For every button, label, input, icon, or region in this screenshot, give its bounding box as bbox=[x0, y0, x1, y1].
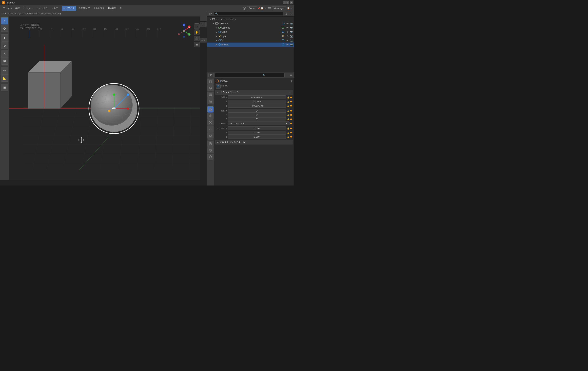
close-button[interactable]: × bbox=[290, 1, 293, 4]
viewlayer-close-icon[interactable]: ✕ bbox=[291, 7, 293, 10]
tab-material[interactable] bbox=[207, 147, 213, 153]
viewlayer-dropdown[interactable]: ViewLayer bbox=[272, 6, 286, 10]
tab-world[interactable] bbox=[207, 154, 213, 160]
menu-file[interactable]: ファイル bbox=[1, 6, 13, 11]
scale-y-input[interactable]: 1.000 bbox=[228, 131, 286, 135]
timeline-body[interactable]: 1 1 20 40 60 80 bbox=[0, 27, 207, 38]
camera-eye-icon[interactable]: 👁 bbox=[286, 26, 289, 29]
outliner-row-ball[interactable]: ▶ 球 👁 📷 bbox=[207, 38, 294, 42]
outliner-row-cube[interactable]: ▶ Cube 👁 📷 bbox=[207, 30, 294, 34]
scale-x-input[interactable]: 1.000 bbox=[228, 127, 286, 130]
camera-icon bbox=[218, 26, 221, 30]
properties-search-input[interactable] bbox=[215, 73, 284, 77]
zoom-in-button[interactable]: + bbox=[194, 23, 200, 29]
rotation-x-input[interactable]: 0° bbox=[228, 109, 286, 113]
outliner-search-input[interactable] bbox=[214, 12, 283, 16]
position-y-input[interactable]: 4.1724 m bbox=[228, 100, 286, 103]
tab-scene[interactable] bbox=[207, 79, 213, 85]
scale-z-lock[interactable]: 🔓 bbox=[287, 135, 290, 138]
tool-add[interactable]: ⊞ bbox=[1, 84, 8, 91]
rotation-mode-dropdown[interactable]: XYZ オイラー角 ▼ bbox=[228, 121, 290, 125]
workspace-te[interactable]: テ bbox=[118, 6, 123, 11]
rotation-z-lock[interactable]: 🔓 bbox=[287, 118, 290, 120]
menu-render[interactable]: レンダー bbox=[22, 6, 34, 11]
workspace-layout[interactable]: レイアウト bbox=[62, 6, 76, 11]
scale-x-lock[interactable]: 🔓 bbox=[287, 127, 290, 130]
svg-point-129 bbox=[211, 121, 212, 122]
scene-dropdown[interactable]: Scene bbox=[247, 6, 257, 10]
rotation-y-input[interactable]: 0° bbox=[228, 113, 286, 117]
collection-cam-icon[interactable]: 📷 bbox=[290, 22, 293, 25]
position-z-input[interactable]: -0.012741 m bbox=[228, 104, 286, 108]
tab-data[interactable] bbox=[207, 141, 213, 147]
outliner-row-camera[interactable]: ▶ Camera 👁 📷 bbox=[207, 26, 294, 30]
minimize-button[interactable]: − bbox=[283, 1, 286, 4]
viewport-canvas[interactable]: ユーザー・透視投影 (1) Collection | 球.001 Z X bbox=[9, 17, 200, 180]
rotation-x-lock[interactable]: 🔓 bbox=[287, 110, 290, 112]
tab-constraints[interactable] bbox=[207, 132, 213, 139]
light-cam-icon[interactable]: 📷 bbox=[290, 35, 293, 38]
scale-y-lock[interactable]: 🔓 bbox=[287, 131, 290, 134]
ball001-eye-icon[interactable]: 👁 bbox=[286, 43, 289, 46]
ball-cam-icon[interactable]: 📷 bbox=[290, 39, 293, 42]
workspace-uv[interactable]: UV編集 bbox=[107, 6, 118, 11]
tool-sep-1 bbox=[1, 33, 8, 33]
camera-cam-icon[interactable]: 📷 bbox=[290, 26, 293, 29]
collection-check-icon[interactable]: ☑ bbox=[282, 22, 285, 25]
tool-select[interactable]: ↖ bbox=[1, 17, 8, 25]
tab-output[interactable] bbox=[207, 92, 213, 98]
tool-measure[interactable]: 📐 bbox=[1, 74, 8, 82]
outliner-row-scene-collection[interactable]: ▼ シーンコレクション bbox=[207, 17, 294, 21]
cube-eye-icon[interactable]: 👁 bbox=[286, 31, 289, 33]
tab-view-layer[interactable] bbox=[207, 98, 213, 104]
position-y-lock[interactable]: 🔓 bbox=[287, 100, 290, 103]
scale-z-input[interactable]: 1.000 bbox=[228, 135, 286, 139]
tool-rotate[interactable]: ↻ bbox=[1, 42, 8, 49]
tab-object[interactable] bbox=[207, 106, 213, 112]
menu-help[interactable]: ヘルプ bbox=[50, 6, 60, 11]
outliner-row-ball001[interactable]: ▶ 球.001 👁 📷 bbox=[207, 42, 294, 47]
light-eye-icon[interactable]: 👁 bbox=[286, 35, 289, 38]
workspace-sculpt[interactable]: スカルプト bbox=[92, 6, 106, 11]
pan-button[interactable]: ✋ bbox=[194, 30, 200, 35]
viewlayer-copy-icon[interactable]: 📋 bbox=[287, 7, 290, 10]
collection-eye-icon[interactable]: 👁 bbox=[286, 22, 289, 25]
outliner-filter-button[interactable]: ⊿ bbox=[284, 12, 288, 16]
delta-transform-header[interactable]: ▶ デルタトランスフォーム bbox=[215, 140, 293, 144]
tool-scale[interactable]: ⤡ bbox=[1, 50, 8, 57]
tool-move[interactable]: ✛ bbox=[1, 34, 8, 41]
tool-transform[interactable]: ⊞ bbox=[1, 57, 8, 65]
outliner-row-light[interactable]: ▶ Light 👁 📷 bbox=[207, 34, 294, 38]
properties-type-button[interactable] bbox=[208, 73, 214, 77]
position-x-input[interactable]: 0.003592 m bbox=[228, 95, 286, 99]
camera-view-button[interactable]: 🎥 bbox=[194, 36, 200, 41]
rotation-y-lock[interactable]: 🔓 bbox=[287, 114, 290, 116]
maximize-button[interactable]: □ bbox=[286, 1, 289, 4]
pin-icon[interactable] bbox=[290, 79, 293, 82]
data-block-type[interactable] bbox=[216, 84, 220, 89]
tab-render[interactable] bbox=[207, 85, 213, 91]
tab-particles[interactable] bbox=[207, 119, 213, 126]
menu-edit[interactable]: 編集 bbox=[14, 6, 21, 11]
scene-close-icon[interactable]: ✕ bbox=[264, 7, 266, 10]
properties-extra-button[interactable] bbox=[290, 73, 293, 77]
tool-cursor[interactable]: ✛ bbox=[1, 25, 8, 32]
scene-copy-icon[interactable]: 📋 bbox=[261, 7, 263, 10]
outliner-view-button[interactable] bbox=[208, 12, 213, 16]
tool-annotate[interactable]: ✏ bbox=[1, 67, 8, 74]
position-z-lock[interactable]: 🔓 bbox=[287, 104, 290, 107]
workspace-modeling[interactable]: モデリング bbox=[77, 6, 91, 11]
perspective-button[interactable]: ⊞ bbox=[194, 42, 200, 47]
cube-cam-icon[interactable]: 📷 bbox=[290, 31, 293, 33]
rotation-z-input[interactable]: 0° bbox=[228, 117, 286, 121]
position-x-lock[interactable]: 🔓 bbox=[287, 96, 290, 99]
tab-physics[interactable] bbox=[207, 126, 213, 132]
outliner-row-collection[interactable]: ▼ Collection ☑ 👁 📷 bbox=[207, 21, 294, 26]
sphere-3d[interactable] bbox=[89, 84, 139, 134]
transform-section-header[interactable]: ▼ トランスフォーム ⋯ bbox=[215, 90, 293, 95]
outliner-settings-button[interactable]: ⋯ bbox=[289, 12, 293, 16]
ball001-cam-icon[interactable]: 📷 bbox=[290, 43, 293, 46]
ball-eye-icon[interactable]: 👁 bbox=[286, 39, 289, 42]
menu-window[interactable]: ウィンドウ bbox=[34, 6, 49, 11]
tab-modifier[interactable] bbox=[207, 113, 213, 119]
